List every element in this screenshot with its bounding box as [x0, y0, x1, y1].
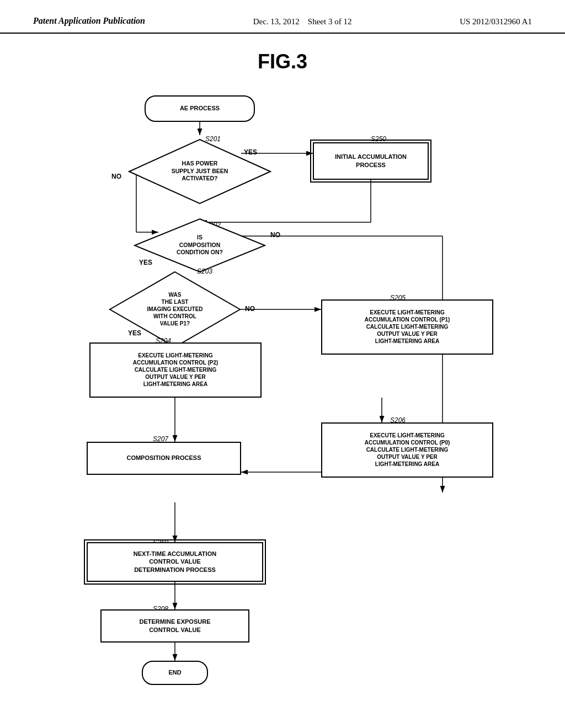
header-center: Dec. 13, 2012 Sheet 3 of 12 [253, 15, 352, 28]
header-right: US 2012/0312960 A1 [460, 15, 532, 28]
no-label-3: NO [245, 305, 255, 313]
initial-accumulation-label: INITIAL ACCUMULATION PROCESS [335, 153, 407, 169]
header-sheet: Sheet 3 of 12 [308, 17, 352, 26]
yes-label-2: YES [139, 259, 152, 266]
composition-process-box: COMPOSITION PROCESS [87, 442, 241, 475]
yes-label-3: YES [128, 329, 141, 337]
header-date: Dec. 13, 2012 [253, 17, 300, 26]
determine-label: DETERMINE EXPOSURE CONTROL VALUE [140, 618, 211, 634]
header-left: Patent Application Publication [33, 15, 145, 27]
execute-p1-box: EXECUTE LIGHT-METERING ACCUMULATION CONT… [321, 299, 493, 355]
execute-p2-box: EXECUTE LIGHT-METERING ACCUMULATION CONT… [89, 342, 262, 398]
next-time-label: NEXT-TIME ACCUMULATION CONTROL VALUE DET… [134, 550, 216, 574]
no-label-2: NO [270, 231, 280, 239]
yes-label-1: YES [244, 148, 257, 156]
execute-p0-box: EXECUTE LIGHT-METERING ACCUMULATION CONT… [321, 422, 493, 478]
main-content: FIG.3 [0, 34, 565, 675]
composition-process-label: COMPOSITION PROCESS [126, 454, 201, 462]
execute-p1-label: EXECUTE LIGHT-METERING ACCUMULATION CONT… [365, 309, 450, 345]
end-box: END [142, 661, 208, 685]
publication-title: Patent Application Publication [33, 16, 145, 25]
end-label: END [168, 668, 181, 676]
ae-process-label: AE PROCESS [180, 104, 220, 112]
next-time-box: NEXT-TIME ACCUMULATION CONTROL VALUE DET… [87, 542, 263, 582]
composition-condition-diamond: IS COMPOSITION CONDITION ON? [134, 218, 266, 273]
s250-label: S250 [371, 135, 386, 143]
initial-accumulation-box: INITIAL ACCUMULATION PROCESS [313, 142, 429, 180]
patent-number: US 2012/0312960 A1 [460, 17, 532, 26]
execute-p0-label: EXECUTE LIGHT-METERING ACCUMULATION CONT… [365, 432, 450, 468]
ae-process-box: AE PROCESS [145, 95, 255, 122]
flowchart: AE PROCESS S201 HAS POWER SUPPLY JUST BE… [56, 90, 509, 675]
no-label-1: NO [111, 173, 121, 180]
page-header: Patent Application Publication Dec. 13, … [0, 0, 565, 34]
execute-p2-label: EXECUTE LIGHT-METERING ACCUMULATION CONT… [133, 352, 218, 388]
figure-title: FIG.3 [258, 50, 307, 73]
determine-box: DETERMINE EXPOSURE CONTROL VALUE [100, 609, 249, 643]
